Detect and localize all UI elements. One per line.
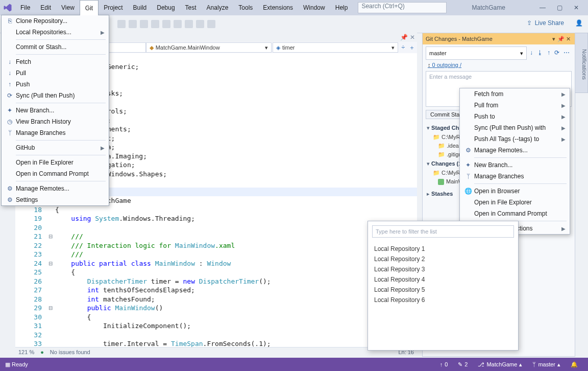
dropdown-icon[interactable]: ▾ <box>550 36 557 42</box>
maximize-icon[interactable]: ▢ <box>557 4 562 11</box>
git-menu-item[interactable]: ⟳Sync (Pull then Push) <box>2 90 109 101</box>
toolbar-icon[interactable] <box>174 20 182 28</box>
git-panel-title: Git Changes - MatchGame <box>426 36 493 42</box>
status-repo[interactable]: ⎇ MatchGame ▴ <box>473 361 527 368</box>
split-icon[interactable]: ÷ <box>399 44 407 51</box>
fetch-icon[interactable]: ↓ <box>530 49 533 56</box>
repo-item[interactable]: Local Repository 1 <box>369 244 517 254</box>
more-icon[interactable]: ⋯ <box>564 49 570 56</box>
git-menu-dropdown: ⎘Clone Repository...Local Repositories..… <box>1 15 109 206</box>
git-menu-item[interactable]: ↓Pull <box>2 67 109 79</box>
sync-icon[interactable]: ⟳ <box>554 49 559 56</box>
git-menu-item[interactable]: ↓Fetch <box>2 56 109 67</box>
notifications-tab[interactable]: Notifications <box>575 33 588 93</box>
search-container: Search (Ctrl+Q) <box>358 0 447 15</box>
git-menu-item[interactable]: GitHub▶ <box>2 142 109 153</box>
git-menu-item[interactable]: Open in File Explorer <box>2 157 109 168</box>
notifications-icon[interactable]: 🔔 <box>566 361 583 368</box>
toolbar-icon[interactable] <box>207 20 215 28</box>
titlebar: FileEditViewGitProjectBuildDebugTestAnal… <box>0 0 588 15</box>
ctx-menu-item[interactable]: Open in File Explorer <box>460 197 570 208</box>
ctx-menu-item[interactable]: ᛘManage Branches <box>460 171 570 182</box>
code-editor[interactable]: ;.Collections.Generic;.Linq;.Text;.Threa… <box>55 53 417 347</box>
outgoing-link[interactable]: 0 outgoing / <box>432 62 462 68</box>
menu-file[interactable]: File <box>15 0 35 15</box>
repo-item[interactable]: Local Repository 6 <box>369 295 517 305</box>
menu-window[interactable]: Window <box>298 0 330 15</box>
toolbar-icon[interactable] <box>129 20 137 28</box>
close-icon[interactable]: ✕ <box>574 4 579 11</box>
toolbar-icon[interactable] <box>162 20 170 28</box>
add-icon[interactable]: ＋ <box>407 43 417 52</box>
nav-combo-type[interactable]: ◆MatchGame.MainWindow▾ <box>146 42 272 53</box>
statusbar: ▦ Ready ↑ 0 ✎ 2 ⎇ MatchGame ▴ ᛘ master ▴… <box>0 358 588 371</box>
git-menu-item[interactable]: Open in Command Prompt <box>2 168 109 179</box>
git-menu-item[interactable]: ᛘManage Branches <box>2 127 109 138</box>
nav-combo-member[interactable]: ◈timer▾ <box>273 42 398 53</box>
repo-item[interactable]: Local Repository 4 <box>369 274 517 285</box>
git-menu-item[interactable]: ⚙Manage Remotes... <box>2 183 109 194</box>
git-menu-item[interactable]: ⚙Settings <box>2 194 109 205</box>
menu-help[interactable]: Help <box>330 0 353 15</box>
ctx-menu-item[interactable]: Push to▶ <box>460 111 570 122</box>
local-repos-popup: Type here to filter the list Local Repos… <box>368 221 519 351</box>
main-menu: FileEditViewGitProjectBuildDebugTestAnal… <box>15 0 353 15</box>
close-panel-icon[interactable]: ✕ <box>410 34 415 41</box>
menu-view[interactable]: View <box>56 0 80 15</box>
close-icon[interactable]: ✕ <box>565 36 572 42</box>
ctx-menu-item[interactable]: Fetch from▶ <box>460 88 570 100</box>
account-icon[interactable]: 👤 <box>575 19 583 27</box>
menu-analyze[interactable]: Analyze <box>202 0 234 15</box>
toolbar-icon[interactable] <box>196 20 204 28</box>
menu-debug[interactable]: Debug <box>152 0 180 15</box>
menu-project[interactable]: Project <box>99 0 128 15</box>
status-outgoing[interactable]: ↑ 0 <box>435 361 453 367</box>
ctx-menu-item[interactable]: Sync (Pull then Push) with▶ <box>460 122 570 133</box>
menu-tools[interactable]: Tools <box>233 0 258 15</box>
status-branch[interactable]: ᛘ master ▴ <box>527 361 566 368</box>
window-controls: — ▢ ✕ <box>530 0 588 15</box>
issues-status[interactable]: No issues found <box>50 349 90 355</box>
git-menu-item[interactable]: ↑Push <box>2 79 109 90</box>
ctx-menu-item[interactable]: Push All Tags (--tags) to▶ <box>460 133 570 145</box>
live-share-button[interactable]: Live Share <box>535 19 564 27</box>
repo-item[interactable]: Local Repository 2 <box>369 254 517 264</box>
menu-git[interactable]: Git <box>80 0 99 15</box>
toolbar-icon[interactable] <box>140 20 148 28</box>
git-actions-context-menu: Fetch from▶Pull from▶Push to▶Sync (Pull … <box>459 88 570 235</box>
live-share-icon[interactable]: ⇪ <box>527 19 532 27</box>
repo-item[interactable]: Local Repository 3 <box>369 264 517 274</box>
push-icon[interactable]: ↑ <box>547 49 550 56</box>
ctx-menu-item[interactable]: 🌐Open in Browser <box>460 186 570 197</box>
minimize-icon[interactable]: — <box>540 4 546 11</box>
git-menu-item[interactable]: Local Repositories...▶ <box>2 27 109 38</box>
pin-icon[interactable]: 📌 <box>557 36 565 42</box>
toolbar-icon[interactable] <box>185 20 193 28</box>
git-menu-item[interactable]: ⎘Clone Repository... <box>2 15 109 27</box>
menu-edit[interactable]: Edit <box>35 0 56 15</box>
ctx-menu-item[interactable]: Open in Command Prompt <box>460 208 570 219</box>
menu-build[interactable]: Build <box>128 0 152 15</box>
status-pending[interactable]: ✎ 2 <box>453 361 473 368</box>
menu-extensions[interactable]: Extensions <box>258 0 298 15</box>
repo-item[interactable]: Local Repository 5 <box>369 285 517 295</box>
git-menu-item[interactable]: ◷View Branch History <box>2 116 109 127</box>
toolbar-icon[interactable] <box>117 20 126 28</box>
ctx-menu-item[interactable]: ✦New Branch... <box>460 159 570 171</box>
repo-filter-input[interactable]: Type here to filter the list <box>372 225 514 238</box>
window-title: MatchGame <box>457 0 521 15</box>
toolbar-icon[interactable] <box>151 20 159 28</box>
search-input[interactable]: Search (Ctrl+Q) <box>358 2 447 13</box>
vs-logo-icon <box>0 0 15 15</box>
status-ready: ▦ Ready <box>5 361 28 368</box>
branch-selector[interactable]: master▾ <box>426 47 527 60</box>
zoom-level[interactable]: 121 % <box>18 349 34 355</box>
git-menu-item[interactable]: ✦New Branch... <box>2 105 109 116</box>
ctx-menu-item[interactable]: ⚙Manage Remotes... <box>460 145 570 156</box>
ctx-menu-item[interactable]: Pull from▶ <box>460 100 570 111</box>
pull-icon[interactable]: ⭳ <box>537 49 543 56</box>
git-menu-item[interactable]: Commit or Stash... <box>2 41 109 53</box>
menu-test[interactable]: Test <box>180 0 202 15</box>
pin-icon[interactable]: 📌 <box>400 34 408 41</box>
